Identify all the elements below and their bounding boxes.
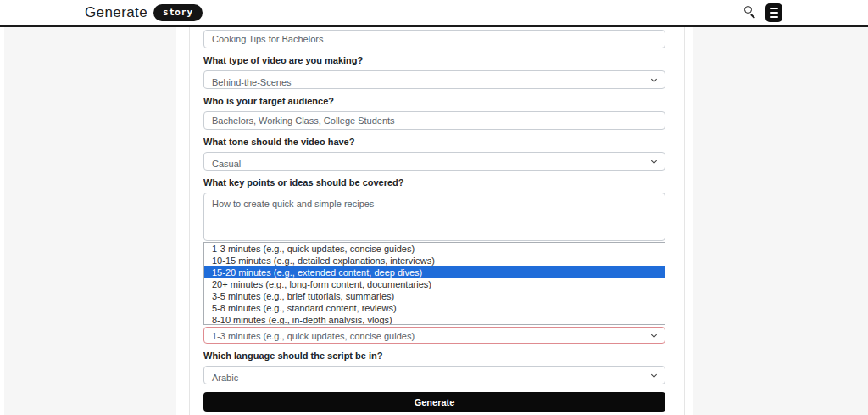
- top-header: Generate story: [0, 0, 868, 25]
- app-window: Generate story What type of video are yo…: [0, 0, 868, 415]
- search-icon[interactable]: [744, 6, 757, 19]
- language-label: Which language should the script be in?: [203, 351, 665, 362]
- language-value: Arabic: [212, 367, 657, 386]
- duration-option[interactable]: 8-10 minutes (e.g., in-depth analysis, v…: [204, 314, 665, 325]
- video-type-label: What type of video are you making?: [203, 55, 665, 66]
- key-points-textarea[interactable]: How to create quick and simple recipes: [203, 193, 665, 241]
- generate-button[interactable]: Generate: [203, 392, 665, 412]
- brand: Generate story: [85, 3, 203, 23]
- duration-dropdown-list: 1-3 minutes (e.g., quick updates, concis…: [203, 242, 665, 325]
- right-panel: [693, 27, 868, 415]
- audience-input[interactable]: [203, 111, 665, 130]
- duration-option[interactable]: 5-8 minutes (e.g., standard content, rev…: [204, 302, 665, 314]
- language-select[interactable]: Arabic: [203, 366, 665, 384]
- audience-label: Who is your target audience?: [203, 96, 665, 107]
- journal-icon[interactable]: [765, 3, 782, 22]
- duration-option[interactable]: 10-15 minutes (e.g., detailed explanatio…: [204, 255, 665, 266]
- tone-value: Casual: [212, 153, 657, 172]
- duration-select[interactable]: 1-3 minutes (e.g., quick updates, concis…: [203, 327, 665, 344]
- duration-value: 1-3 minutes (e.g., quick updates, concis…: [212, 328, 657, 344]
- topic-input[interactable]: [203, 30, 665, 48]
- duration-option[interactable]: 1-3 minutes (e.g., quick updates, concis…: [204, 243, 665, 255]
- video-type-value: Behind-the-Scenes: [212, 71, 657, 91]
- story-badge: story: [153, 4, 203, 21]
- video-type-select[interactable]: Behind-the-Scenes: [203, 70, 665, 89]
- duration-option[interactable]: 15-20 minutes (e.g., extended content, d…: [204, 266, 665, 278]
- tone-label: What tone should the video have?: [203, 137, 665, 148]
- left-panel: [4, 27, 176, 415]
- duration-option[interactable]: 3-5 minutes (e.g., brief tutorials, summ…: [204, 290, 665, 302]
- app-title: Generate: [85, 4, 147, 21]
- key-points-label: What key points or ideas should be cover…: [203, 177, 665, 188]
- tone-select[interactable]: Casual: [203, 152, 665, 171]
- story-form: What type of video are you making? Behin…: [203, 30, 665, 412]
- duration-option[interactable]: 20+ minutes (e.g., long-form content, do…: [204, 278, 665, 290]
